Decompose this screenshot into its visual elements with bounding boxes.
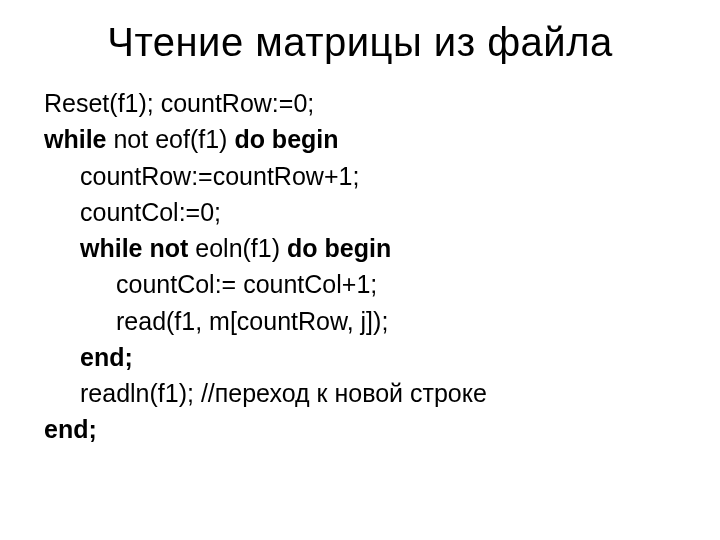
code-line: Reset(f1); countRow:=0; <box>44 85 680 121</box>
slide-title: Чтение матрицы из файла <box>40 20 680 65</box>
code-line: while not eof(f1) do begin <box>44 121 680 157</box>
keyword: end; <box>44 415 97 443</box>
code-line: read(f1, m[countRow, j]); <box>44 303 680 339</box>
code-line: end; <box>44 339 680 375</box>
keyword: do begin <box>234 125 338 153</box>
code-text: countRow:=countRow+1; <box>80 162 359 190</box>
code-text: countCol:=0; <box>80 198 221 226</box>
code-text: read(f1, m[countRow, j]); <box>116 307 388 335</box>
keyword: end; <box>80 343 133 371</box>
code-line: countCol:= countCol+1; <box>44 266 680 302</box>
code-line: readln(f1); //переход к новой строке <box>44 375 680 411</box>
code-line: while not eoln(f1) do begin <box>44 230 680 266</box>
code-text: countCol:= countCol+1; <box>116 270 377 298</box>
code-line: end; <box>44 411 680 447</box>
code-line: countRow:=countRow+1; <box>44 158 680 194</box>
code-line: countCol:=0; <box>44 194 680 230</box>
code-text: not eof(f1) <box>107 125 235 153</box>
code-text: readln(f1); //переход к новой строке <box>80 379 487 407</box>
code-text: eoln(f1) <box>188 234 287 262</box>
keyword: while <box>44 125 107 153</box>
code-block: Reset(f1); countRow:=0; while not eof(f1… <box>40 85 680 448</box>
keyword: do begin <box>287 234 391 262</box>
code-text: Reset(f1); countRow:=0; <box>44 89 314 117</box>
keyword: while not <box>80 234 188 262</box>
